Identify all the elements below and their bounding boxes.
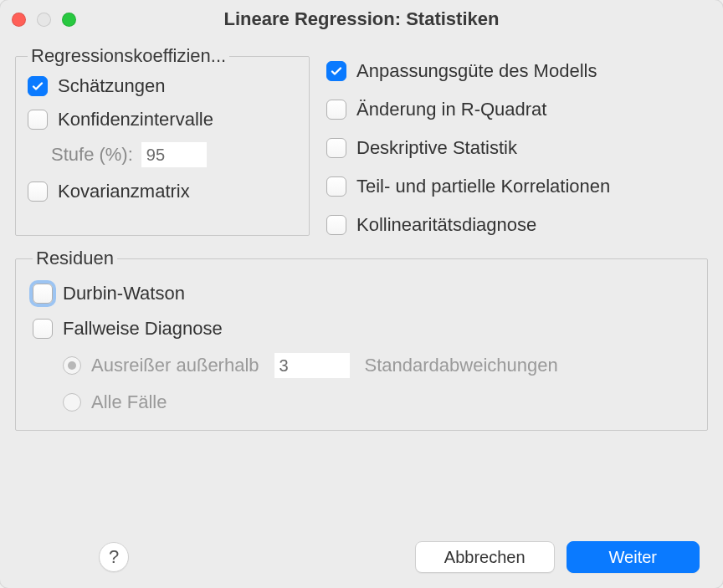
dialog-window: Lineare Regression: Statistiken Regressi… (0, 0, 723, 588)
radio-group-casewise: Ausreißer außerhalb Standardabweichungen… (63, 353, 690, 413)
checkbox-covariance-matrix[interactable] (28, 182, 48, 202)
check-icon (31, 79, 44, 93)
checkbox-collinearity[interactable] (326, 215, 346, 235)
row-durbin-watson: Durbin-Watson (33, 283, 690, 304)
top-row: Regressionskoeffizien... Schätzungen Kon… (15, 45, 708, 236)
input-level[interactable] (141, 142, 207, 167)
row-descriptives: Deskriptive Statistik (326, 137, 708, 159)
checkbox-confidence-intervals[interactable] (28, 110, 48, 130)
group-residuals-legend: Residuen (33, 248, 117, 269)
window-title: Lineare Regression: Statistiken (0, 8, 723, 30)
footer: ? Abbrechen Weiter (15, 524, 708, 573)
row-estimates: Schätzungen (28, 75, 297, 97)
titlebar: Lineare Regression: Statistiken (0, 0, 723, 38)
checkbox-rsquared-change[interactable] (326, 100, 346, 120)
radio-all-cases (63, 393, 81, 412)
row-casewise-diagnosis: Fallweise Diagnose (33, 318, 690, 340)
label-outliers: Ausreißer außerhalb (91, 355, 259, 376)
label-all-cases: Alle Fälle (91, 391, 167, 413)
zoom-icon[interactable] (62, 13, 76, 27)
label-confidence-intervals: Konfidenzintervalle (58, 109, 213, 130)
row-covariance-matrix: Kovarianzmatrix (28, 181, 297, 202)
label-collinearity: Kollinearitätsdiagnose (356, 214, 536, 236)
checkbox-casewise-diagnosis[interactable] (33, 319, 53, 339)
label-partial-correlations: Teil- und partielle Korrelationen (356, 176, 610, 197)
label-level: Stufe (%): (51, 144, 133, 166)
label-std-deviations: Standardabweichungen (365, 355, 558, 376)
row-level: Stufe (%): (51, 142, 297, 167)
help-button[interactable]: ? (99, 542, 129, 572)
checkbox-partial-correlations[interactable] (326, 176, 346, 197)
label-descriptives: Deskriptive Statistik (356, 137, 517, 159)
group-regcoef-legend: Regressionskoeffizien... (28, 45, 229, 67)
group-regression-coefficients: Regressionskoeffizien... Schätzungen Kon… (15, 45, 310, 236)
content-area: Regressionskoeffizien... Schätzungen Kon… (0, 38, 723, 588)
group-residuals: Residuen Durbin-Watson Fallweise Diagnos… (15, 248, 708, 431)
row-all-cases: Alle Fälle (63, 391, 690, 413)
label-model-fit: Anpassungsgüte des Modells (356, 60, 597, 82)
row-model-fit: Anpassungsgüte des Modells (326, 60, 708, 82)
label-estimates: Schätzungen (58, 75, 165, 97)
label-casewise-diagnosis: Fallweise Diagnose (63, 318, 223, 340)
check-icon (330, 64, 343, 78)
minimize-icon (37, 13, 51, 27)
checkbox-durbin-watson[interactable] (33, 284, 53, 304)
checkbox-descriptives[interactable] (326, 138, 346, 158)
continue-button[interactable]: Weiter (567, 541, 700, 573)
label-covariance-matrix: Kovarianzmatrix (58, 181, 190, 202)
radio-outliers (63, 356, 81, 375)
label-rsquared-change: Änderung in R-Quadrat (356, 99, 546, 120)
checkbox-model-fit[interactable] (326, 61, 346, 81)
row-collinearity: Kollinearitätsdiagnose (326, 214, 708, 236)
label-durbin-watson: Durbin-Watson (63, 283, 185, 304)
row-outliers: Ausreißer außerhalb Standardabweichungen (63, 353, 690, 378)
row-rsquared-change: Änderung in R-Quadrat (326, 99, 708, 120)
row-confidence-intervals: Konfidenzintervalle (28, 109, 297, 130)
row-partial-correlations: Teil- und partielle Korrelationen (326, 176, 708, 197)
right-column: Anpassungsgüte des Modells Änderung in R… (326, 45, 708, 236)
close-icon[interactable] (12, 13, 26, 27)
cancel-button[interactable]: Abbrechen (415, 541, 555, 573)
input-outliers-value (274, 353, 350, 378)
checkbox-estimates[interactable] (28, 76, 48, 96)
traffic-lights (12, 13, 76, 27)
